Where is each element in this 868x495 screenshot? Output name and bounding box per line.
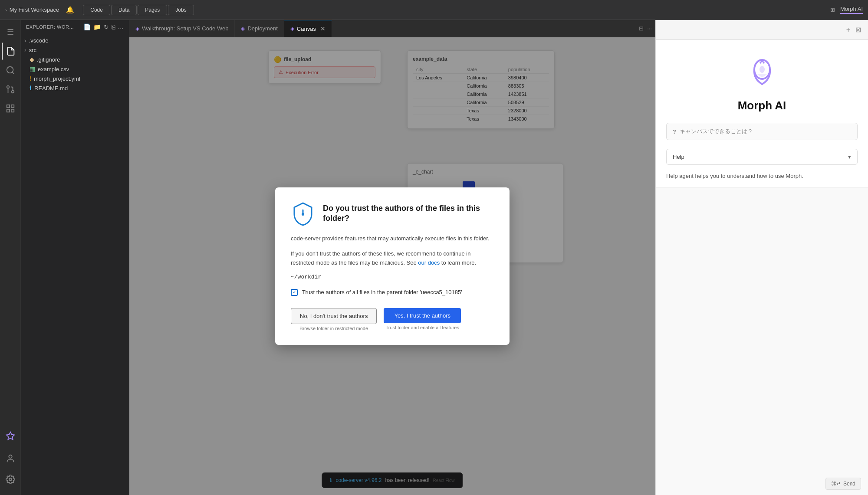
svg-rect-8 <box>11 109 13 112</box>
dialog-checkbox[interactable]: ✓ Trust the authors of all files in the … <box>291 289 494 296</box>
split-editor-icon[interactable]: ⊟ <box>639 25 644 32</box>
chevron-icon: › <box>5 7 7 13</box>
svg-rect-5 <box>7 105 9 108</box>
jobs-nav-btn[interactable]: Jobs <box>168 5 194 15</box>
svg-point-2 <box>11 91 14 93</box>
svg-rect-7 <box>7 109 9 112</box>
morph-panel-header: + ⊠ <box>656 20 868 40</box>
morph-tab-icon: ◈ <box>290 26 294 32</box>
files-icon[interactable] <box>2 43 19 60</box>
copy-icon[interactable]: ⎘ <box>112 23 115 30</box>
trust-dialog: Do you trust the authors of the files in… <box>275 187 510 344</box>
chevron-down-icon: ▾ <box>848 154 851 160</box>
title-bar-right: ⊞ Morph AI <box>830 6 863 14</box>
more-icon[interactable]: ... <box>118 23 124 30</box>
svg-point-0 <box>7 67 13 73</box>
svg-rect-6 <box>11 105 13 108</box>
chat-input-row: ⌘↵ Send <box>819 472 868 495</box>
file-name: .vscode <box>29 37 49 44</box>
menu-icon[interactable]: ☰ <box>2 23 19 41</box>
sidebar-header-icons: 📄 📁 ↻ ⎘ ... <box>83 23 124 30</box>
svg-marker-9 <box>6 432 14 439</box>
data-nav-btn[interactable]: Data <box>111 5 137 15</box>
gear-activity-icon[interactable] <box>2 471 19 488</box>
no-btn-group: No, I don't trust the authors Browse fol… <box>291 308 377 331</box>
morph-logo-icon <box>745 57 779 92</box>
code-nav-btn[interactable]: Code <box>83 5 110 15</box>
file-name: .gitignore <box>37 56 60 63</box>
checkbox-label: Trust the authors of all files in the pa… <box>302 289 462 295</box>
file-item[interactable]: › .vscode <box>21 36 129 45</box>
help-dropdown[interactable]: Help ▾ <box>666 149 858 165</box>
file-item[interactable]: ▦ example.csv <box>21 64 129 74</box>
file-name: src <box>29 47 36 53</box>
bell-icon[interactable]: 🔔 <box>66 6 74 14</box>
dialog-body: code-server provides features that may a… <box>291 234 494 267</box>
our-docs-link[interactable]: our docs <box>418 259 440 266</box>
file-item[interactable]: ℹ README.md <box>21 83 129 93</box>
main-layout: ☰ EXPLORER: WOR... 📄 📁 ↻ <box>0 20 868 495</box>
morph-ai-tab[interactable]: Morph AI <box>840 6 863 14</box>
search-placeholder-text: キャンバスでできることは？ <box>680 128 753 135</box>
pages-nav-btn[interactable]: Pages <box>138 5 167 15</box>
dialog-header: Do you trust the authors of the files in… <box>291 201 494 226</box>
canvas-content: 🟡 file_upload ⚠ Execution Error example_… <box>129 37 655 495</box>
refresh-icon[interactable]: ↻ <box>104 23 109 30</box>
sidebar-title: EXPLORER: WOR... <box>26 24 74 30</box>
source-control-icon[interactable] <box>2 81 19 98</box>
morph-panel-body: Morph AI ? キャンバスでできることは？ Help ▾ Help age… <box>656 40 868 495</box>
tab-close-icon[interactable]: ✕ <box>320 25 326 32</box>
send-label: Send <box>843 481 855 487</box>
search-activity-icon[interactable] <box>2 62 19 79</box>
tab-label: Walkthrough: Setup VS Code Web <box>142 25 228 32</box>
dialog-title: Do you trust the authors of the files in… <box>323 203 494 224</box>
tab-label: Deployment <box>247 25 277 32</box>
svg-point-11 <box>9 478 12 481</box>
file-item[interactable]: › src <box>21 45 129 55</box>
no-btn-hint: Browse folder in restricted mode <box>299 326 368 331</box>
morph-search-bar[interactable]: ? キャンバスでできることは？ <box>666 123 858 140</box>
file-item[interactable]: ◆ .gitignore <box>21 55 129 64</box>
morph-tab-icon: ◈ <box>241 26 245 32</box>
morph-activity-icon[interactable] <box>2 427 19 445</box>
tab-bar: ◈ Walkthrough: Setup VS Code Web ◈ Deplo… <box>129 20 655 37</box>
svg-point-15 <box>760 66 765 73</box>
no-trust-button[interactable]: No, I don't trust the authors <box>291 308 377 324</box>
morph-panel: + ⊠ Morph AI ? キャンバスでできることは？ Help ▾ Help… <box>655 20 868 495</box>
more-tab-icon[interactable]: ··· <box>647 25 652 32</box>
new-folder-icon[interactable]: 📁 <box>93 23 101 30</box>
yes-trust-button[interactable]: Yes, I trust the authors <box>384 308 461 323</box>
dialog-body-text2: to learn more. <box>441 259 476 266</box>
add-panel-icon[interactable]: + <box>846 26 850 34</box>
morph-panel-title: Morph AI <box>738 99 786 112</box>
help-description: Help agent helps you to understand how t… <box>666 172 858 180</box>
dialog-path: ~/workdir <box>291 274 494 280</box>
trust-checkbox[interactable]: ✓ <box>291 289 298 296</box>
send-button[interactable]: ⌘↵ Send <box>825 478 861 490</box>
account-icon[interactable] <box>2 450 19 467</box>
tab-walkthrough[interactable]: ◈ Walkthrough: Setup VS Code Web <box>129 20 235 37</box>
folder-chevron-icon: › <box>24 37 26 44</box>
tab-actions: ⊟ ··· <box>635 20 655 37</box>
file-name: example.csv <box>38 66 69 72</box>
editor-area: ◈ Walkthrough: Setup VS Code Web ◈ Deplo… <box>129 20 655 495</box>
dialog-body-p2: If you don't trust the authors of these … <box>291 249 494 268</box>
nav-buttons: Code Data Pages Jobs <box>83 5 194 15</box>
extensions-icon[interactable] <box>2 100 19 117</box>
tab-deployment[interactable]: ◈ Deployment <box>235 20 284 37</box>
search-question-icon: ? <box>673 128 676 135</box>
workspace-title: › My First Workspace <box>5 7 59 13</box>
sidebar: EXPLORER: WOR... 📄 📁 ↻ ⎘ ... › .vscode ›… <box>21 20 129 495</box>
new-file-icon[interactable]: 📄 <box>83 23 91 30</box>
tab-canvas[interactable]: ◈ Canvas ✕ <box>284 20 332 37</box>
activity-bar: ☰ <box>0 20 21 495</box>
morph-tab-icon: ◈ <box>135 26 139 32</box>
modal-overlay: Do you trust the authors of the files in… <box>129 37 655 495</box>
file-item[interactable]: ! morph_project.yml <box>21 74 129 83</box>
yes-btn-group: Yes, I trust the authors Trust folder an… <box>384 308 461 330</box>
file-tree: › .vscode › src ◆ .gitignore ▦ example.c… <box>21 34 129 95</box>
layout-panel-icon[interactable]: ⊠ <box>855 26 861 34</box>
layout-icon[interactable]: ⊞ <box>830 7 835 13</box>
folder-chevron-icon: › <box>24 46 26 53</box>
send-shortcut: ⌘↵ <box>831 481 841 487</box>
